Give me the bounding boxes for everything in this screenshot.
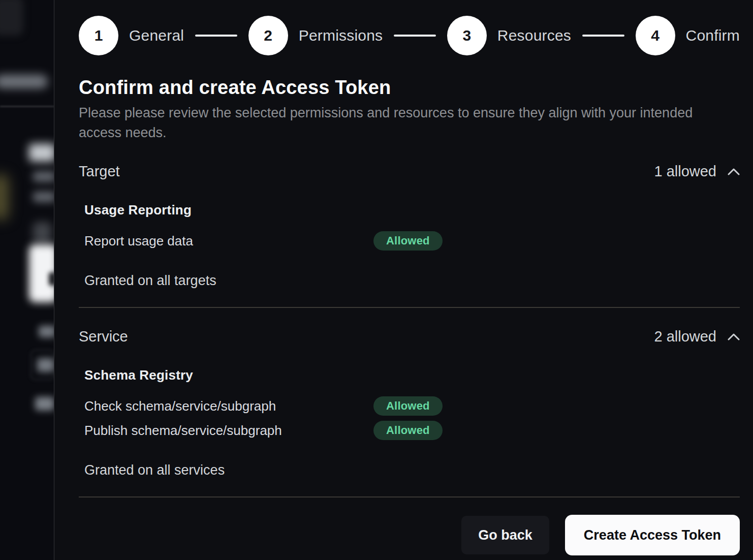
target-section-header: Target 1 allowed <box>79 163 740 180</box>
page-title: Confirm and create Access Token <box>79 77 740 99</box>
target-allowed-count: 1 allowed <box>654 163 716 180</box>
service-section-title: Service <box>79 328 128 345</box>
footer-actions: Go back Create Access Token <box>79 515 740 555</box>
blurred-divider <box>0 106 54 107</box>
step-resources-circle: 3 <box>447 16 487 55</box>
permission-group-title: Usage Reporting <box>84 202 740 218</box>
chevron-up-icon <box>728 333 740 340</box>
step-connector <box>394 35 436 37</box>
service-section: Service 2 allowed Schema Registry Check … <box>79 328 740 497</box>
step-number: 4 <box>651 27 660 44</box>
target-section: Target 1 allowed Usage Reporting Report … <box>79 163 740 308</box>
permission-row: Publish schema/service/subgraph Allowed <box>84 421 740 440</box>
step-general-label: General <box>129 27 184 44</box>
step-number: 3 <box>462 27 471 44</box>
service-section-header: Service 2 allowed <box>79 328 740 345</box>
status-badge: Allowed <box>373 421 443 440</box>
step-number: 1 <box>95 27 103 44</box>
permission-group-title: Schema Registry <box>84 367 740 383</box>
chevron-up-icon <box>728 168 740 175</box>
permission-label: Publish schema/service/subgraph <box>84 423 373 439</box>
permission-group-schema-registry: Schema Registry Check schema/service/sub… <box>84 367 740 440</box>
step-connector <box>582 35 624 37</box>
step-number: 2 <box>264 27 272 44</box>
blurred-nav-text <box>0 75 48 88</box>
target-collapse-toggle[interactable]: 1 allowed <box>654 163 740 180</box>
permission-rows: Report usage data Allowed <box>84 231 740 251</box>
blurred-text-line <box>33 192 54 202</box>
stepper: 1 General 2 Permissions 3 Resources 4 Co… <box>79 16 740 55</box>
page-subtitle: Please please review the selected permis… <box>79 103 705 143</box>
step-general-circle: 1 <box>79 16 118 55</box>
background-app-blurred <box>0 0 54 560</box>
create-access-token-button[interactable]: Create Access Token <box>565 515 740 555</box>
section-divider <box>79 496 740 497</box>
go-back-button[interactable]: Go back <box>461 516 549 554</box>
step-confirm-label: Confirm <box>686 27 740 44</box>
blurred-text-line <box>33 171 54 182</box>
granted-note: Granted on all services <box>84 462 740 478</box>
status-badge: Allowed <box>373 396 443 416</box>
step-confirm-circle: 4 <box>636 16 675 55</box>
step-connector <box>195 35 237 37</box>
blurred-heading-text <box>29 144 54 162</box>
granted-note: Granted on all targets <box>84 273 740 289</box>
permission-rows: Check schema/service/subgraph Allowed Pu… <box>84 396 740 440</box>
service-collapse-toggle[interactable]: 2 allowed <box>654 328 740 345</box>
step-resources-label: Resources <box>497 27 571 44</box>
permission-group-usage-reporting: Usage Reporting Report usage data Allowe… <box>84 202 740 251</box>
step-resources[interactable]: 3 Resources <box>447 16 571 55</box>
permission-row: Check schema/service/subgraph Allowed <box>84 396 740 416</box>
blurred-accent-blob <box>0 175 8 220</box>
section-divider <box>79 307 740 308</box>
step-permissions[interactable]: 2 Permissions <box>248 16 383 55</box>
status-badge: Allowed <box>373 231 443 251</box>
step-general[interactable]: 1 General <box>79 16 184 55</box>
blurred-icon-tile <box>33 222 51 243</box>
target-section-title: Target <box>79 163 120 180</box>
blurred-logo-tile <box>0 0 23 36</box>
permission-row: Report usage data Allowed <box>84 231 740 251</box>
blurred-card-glyph <box>49 272 54 286</box>
permission-label: Check schema/service/subgraph <box>84 398 373 414</box>
blurred-label-text <box>39 326 54 337</box>
service-allowed-count: 2 allowed <box>654 328 716 345</box>
step-confirm[interactable]: 4 Confirm <box>636 16 740 55</box>
blurred-label-text <box>37 358 54 372</box>
create-access-token-modal: 1 General 2 Permissions 3 Resources 4 Co… <box>54 0 753 560</box>
step-permissions-label: Permissions <box>299 27 383 44</box>
permission-label: Report usage data <box>84 233 373 249</box>
blurred-label-text <box>35 397 54 411</box>
step-permissions-circle: 2 <box>248 16 288 55</box>
